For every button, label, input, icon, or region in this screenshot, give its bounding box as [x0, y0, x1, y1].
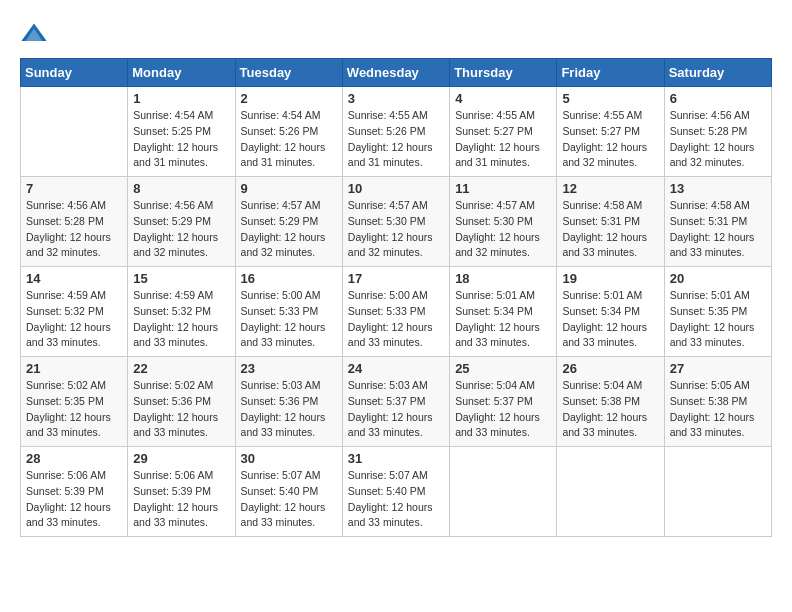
- day-info: Sunrise: 5:05 AM Sunset: 5:38 PM Dayligh…: [670, 378, 766, 441]
- calendar-cell: 19Sunrise: 5:01 AM Sunset: 5:34 PM Dayli…: [557, 267, 664, 357]
- calendar-cell: 10Sunrise: 4:57 AM Sunset: 5:30 PM Dayli…: [342, 177, 449, 267]
- day-info: Sunrise: 4:59 AM Sunset: 5:32 PM Dayligh…: [26, 288, 122, 351]
- logo: [20, 20, 52, 48]
- day-info: Sunrise: 5:01 AM Sunset: 5:35 PM Dayligh…: [670, 288, 766, 351]
- logo-icon: [20, 20, 48, 48]
- day-number: 12: [562, 181, 658, 196]
- calendar-cell: 31Sunrise: 5:07 AM Sunset: 5:40 PM Dayli…: [342, 447, 449, 537]
- day-info: Sunrise: 5:04 AM Sunset: 5:38 PM Dayligh…: [562, 378, 658, 441]
- day-number: 31: [348, 451, 444, 466]
- day-number: 30: [241, 451, 337, 466]
- day-number: 24: [348, 361, 444, 376]
- day-info: Sunrise: 4:54 AM Sunset: 5:26 PM Dayligh…: [241, 108, 337, 171]
- day-number: 17: [348, 271, 444, 286]
- day-header-monday: Monday: [128, 59, 235, 87]
- day-number: 10: [348, 181, 444, 196]
- day-number: 18: [455, 271, 551, 286]
- calendar-cell: 9Sunrise: 4:57 AM Sunset: 5:29 PM Daylig…: [235, 177, 342, 267]
- days-header-row: SundayMondayTuesdayWednesdayThursdayFrid…: [21, 59, 772, 87]
- day-number: 14: [26, 271, 122, 286]
- day-number: 9: [241, 181, 337, 196]
- calendar-cell: 3Sunrise: 4:55 AM Sunset: 5:26 PM Daylig…: [342, 87, 449, 177]
- day-number: 2: [241, 91, 337, 106]
- calendar-cell: 23Sunrise: 5:03 AM Sunset: 5:36 PM Dayli…: [235, 357, 342, 447]
- day-info: Sunrise: 4:56 AM Sunset: 5:28 PM Dayligh…: [670, 108, 766, 171]
- calendar-cell: [557, 447, 664, 537]
- day-header-thursday: Thursday: [450, 59, 557, 87]
- day-number: 13: [670, 181, 766, 196]
- calendar-cell: 27Sunrise: 5:05 AM Sunset: 5:38 PM Dayli…: [664, 357, 771, 447]
- day-info: Sunrise: 5:06 AM Sunset: 5:39 PM Dayligh…: [26, 468, 122, 531]
- calendar-cell: 20Sunrise: 5:01 AM Sunset: 5:35 PM Dayli…: [664, 267, 771, 357]
- day-number: 28: [26, 451, 122, 466]
- day-info: Sunrise: 4:58 AM Sunset: 5:31 PM Dayligh…: [670, 198, 766, 261]
- calendar-cell: [664, 447, 771, 537]
- day-info: Sunrise: 4:58 AM Sunset: 5:31 PM Dayligh…: [562, 198, 658, 261]
- day-number: 15: [133, 271, 229, 286]
- day-number: 25: [455, 361, 551, 376]
- day-number: 5: [562, 91, 658, 106]
- calendar-cell: 2Sunrise: 4:54 AM Sunset: 5:26 PM Daylig…: [235, 87, 342, 177]
- week-row-3: 14Sunrise: 4:59 AM Sunset: 5:32 PM Dayli…: [21, 267, 772, 357]
- calendar-cell: 16Sunrise: 5:00 AM Sunset: 5:33 PM Dayli…: [235, 267, 342, 357]
- calendar-cell: [21, 87, 128, 177]
- day-number: 29: [133, 451, 229, 466]
- day-info: Sunrise: 5:02 AM Sunset: 5:36 PM Dayligh…: [133, 378, 229, 441]
- day-number: 7: [26, 181, 122, 196]
- calendar-table: SundayMondayTuesdayWednesdayThursdayFrid…: [20, 58, 772, 537]
- calendar-cell: 7Sunrise: 4:56 AM Sunset: 5:28 PM Daylig…: [21, 177, 128, 267]
- day-number: 11: [455, 181, 551, 196]
- day-number: 26: [562, 361, 658, 376]
- calendar-cell: 28Sunrise: 5:06 AM Sunset: 5:39 PM Dayli…: [21, 447, 128, 537]
- day-header-tuesday: Tuesday: [235, 59, 342, 87]
- calendar-cell: 4Sunrise: 4:55 AM Sunset: 5:27 PM Daylig…: [450, 87, 557, 177]
- day-info: Sunrise: 5:02 AM Sunset: 5:35 PM Dayligh…: [26, 378, 122, 441]
- day-info: Sunrise: 5:07 AM Sunset: 5:40 PM Dayligh…: [348, 468, 444, 531]
- week-row-2: 7Sunrise: 4:56 AM Sunset: 5:28 PM Daylig…: [21, 177, 772, 267]
- day-header-sunday: Sunday: [21, 59, 128, 87]
- day-info: Sunrise: 4:56 AM Sunset: 5:28 PM Dayligh…: [26, 198, 122, 261]
- day-number: 19: [562, 271, 658, 286]
- day-info: Sunrise: 4:55 AM Sunset: 5:27 PM Dayligh…: [562, 108, 658, 171]
- day-info: Sunrise: 4:54 AM Sunset: 5:25 PM Dayligh…: [133, 108, 229, 171]
- day-number: 4: [455, 91, 551, 106]
- day-info: Sunrise: 4:56 AM Sunset: 5:29 PM Dayligh…: [133, 198, 229, 261]
- day-info: Sunrise: 5:01 AM Sunset: 5:34 PM Dayligh…: [455, 288, 551, 351]
- day-info: Sunrise: 5:06 AM Sunset: 5:39 PM Dayligh…: [133, 468, 229, 531]
- day-info: Sunrise: 5:00 AM Sunset: 5:33 PM Dayligh…: [348, 288, 444, 351]
- calendar-cell: 12Sunrise: 4:58 AM Sunset: 5:31 PM Dayli…: [557, 177, 664, 267]
- day-info: Sunrise: 4:55 AM Sunset: 5:26 PM Dayligh…: [348, 108, 444, 171]
- day-number: 1: [133, 91, 229, 106]
- calendar-cell: 6Sunrise: 4:56 AM Sunset: 5:28 PM Daylig…: [664, 87, 771, 177]
- calendar-cell: 17Sunrise: 5:00 AM Sunset: 5:33 PM Dayli…: [342, 267, 449, 357]
- calendar-cell: 22Sunrise: 5:02 AM Sunset: 5:36 PM Dayli…: [128, 357, 235, 447]
- calendar-cell: 25Sunrise: 5:04 AM Sunset: 5:37 PM Dayli…: [450, 357, 557, 447]
- week-row-5: 28Sunrise: 5:06 AM Sunset: 5:39 PM Dayli…: [21, 447, 772, 537]
- week-row-1: 1Sunrise: 4:54 AM Sunset: 5:25 PM Daylig…: [21, 87, 772, 177]
- day-number: 27: [670, 361, 766, 376]
- day-info: Sunrise: 5:01 AM Sunset: 5:34 PM Dayligh…: [562, 288, 658, 351]
- day-number: 16: [241, 271, 337, 286]
- day-number: 6: [670, 91, 766, 106]
- calendar-cell: 11Sunrise: 4:57 AM Sunset: 5:30 PM Dayli…: [450, 177, 557, 267]
- day-number: 3: [348, 91, 444, 106]
- calendar-cell: 15Sunrise: 4:59 AM Sunset: 5:32 PM Dayli…: [128, 267, 235, 357]
- day-info: Sunrise: 5:04 AM Sunset: 5:37 PM Dayligh…: [455, 378, 551, 441]
- day-header-saturday: Saturday: [664, 59, 771, 87]
- calendar-cell: 24Sunrise: 5:03 AM Sunset: 5:37 PM Dayli…: [342, 357, 449, 447]
- week-row-4: 21Sunrise: 5:02 AM Sunset: 5:35 PM Dayli…: [21, 357, 772, 447]
- day-number: 8: [133, 181, 229, 196]
- day-info: Sunrise: 4:59 AM Sunset: 5:32 PM Dayligh…: [133, 288, 229, 351]
- day-header-wednesday: Wednesday: [342, 59, 449, 87]
- day-info: Sunrise: 4:57 AM Sunset: 5:29 PM Dayligh…: [241, 198, 337, 261]
- day-info: Sunrise: 5:07 AM Sunset: 5:40 PM Dayligh…: [241, 468, 337, 531]
- day-info: Sunrise: 5:03 AM Sunset: 5:36 PM Dayligh…: [241, 378, 337, 441]
- calendar-cell: 26Sunrise: 5:04 AM Sunset: 5:38 PM Dayli…: [557, 357, 664, 447]
- day-number: 22: [133, 361, 229, 376]
- calendar-cell: [450, 447, 557, 537]
- calendar-cell: 29Sunrise: 5:06 AM Sunset: 5:39 PM Dayli…: [128, 447, 235, 537]
- day-number: 20: [670, 271, 766, 286]
- header: [20, 20, 772, 48]
- calendar-cell: 8Sunrise: 4:56 AM Sunset: 5:29 PM Daylig…: [128, 177, 235, 267]
- day-number: 21: [26, 361, 122, 376]
